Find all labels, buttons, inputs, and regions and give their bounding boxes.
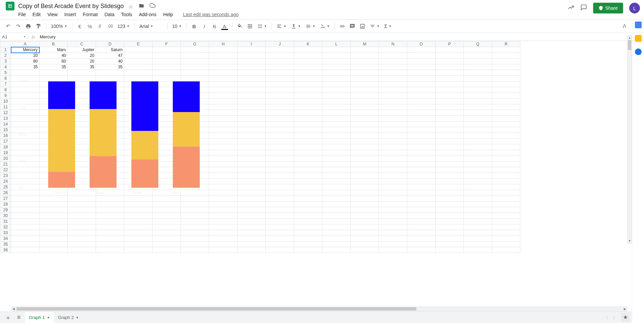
cell[interactable] [294, 110, 322, 116]
cell[interactable] [436, 213, 464, 219]
cell[interactable] [379, 207, 407, 213]
cell[interactable] [11, 230, 39, 236]
row-header[interactable]: 26 [0, 190, 11, 196]
cell[interactable] [68, 230, 96, 236]
cell[interactable] [436, 133, 464, 139]
cell[interactable] [407, 213, 436, 219]
cell[interactable] [209, 230, 237, 236]
cell[interactable] [379, 121, 407, 127]
cell[interactable] [464, 236, 492, 242]
cell[interactable] [237, 247, 266, 253]
cell[interactable] [209, 76, 237, 81]
cell[interactable] [436, 104, 464, 110]
cell[interactable] [209, 104, 237, 110]
cell[interactable] [407, 184, 436, 190]
cell[interactable] [351, 99, 379, 104]
cell[interactable] [322, 133, 351, 139]
cell[interactable] [181, 47, 209, 53]
cell[interactable] [379, 236, 407, 242]
cell[interactable] [39, 70, 68, 76]
cell[interactable] [379, 196, 407, 202]
row-header[interactable]: 32 [0, 224, 11, 230]
cell[interactable] [351, 59, 379, 64]
percent-button[interactable]: % [85, 22, 95, 31]
cell[interactable] [436, 47, 464, 53]
sheet-tab[interactable]: Graph 1 ▼ [25, 312, 54, 323]
cell[interactable] [322, 236, 351, 242]
cell[interactable] [464, 127, 492, 133]
cell[interactable] [492, 127, 520, 133]
cell[interactable] [351, 236, 379, 242]
star-icon[interactable]: ☆ [128, 3, 133, 10]
cell[interactable] [209, 81, 237, 87]
keep-addon-icon[interactable] [635, 35, 642, 42]
cell[interactable] [294, 127, 322, 133]
cell[interactable] [322, 213, 351, 219]
cell[interactable] [322, 81, 351, 87]
row-header[interactable]: 22 [0, 167, 11, 173]
row-header[interactable]: 8 [0, 87, 11, 93]
row-header[interactable]: 13 [0, 116, 11, 121]
cell[interactable] [407, 196, 436, 202]
row-header[interactable]: 4 [0, 64, 11, 70]
cell[interactable] [407, 156, 436, 162]
menu-view[interactable]: View [47, 12, 58, 17]
cell[interactable] [209, 219, 237, 224]
cell[interactable] [209, 207, 237, 213]
cell[interactable] [407, 202, 436, 207]
all-sheets-button[interactable]: ≡ [14, 313, 24, 322]
cell[interactable] [464, 230, 492, 236]
cell[interactable] [436, 247, 464, 253]
cell[interactable] [237, 190, 266, 196]
cell[interactable] [492, 133, 520, 139]
cell[interactable] [464, 59, 492, 64]
cell[interactable] [407, 70, 436, 76]
cell[interactable] [492, 219, 520, 224]
cell[interactable] [436, 76, 464, 81]
cell[interactable] [407, 127, 436, 133]
cell[interactable] [11, 207, 39, 213]
cell[interactable]: 35 [68, 64, 96, 70]
cell[interactable] [351, 167, 379, 173]
cell[interactable] [209, 87, 237, 93]
cell[interactable] [464, 110, 492, 116]
cell[interactable]: 35 [39, 64, 68, 70]
column-header[interactable]: E [124, 41, 153, 47]
row-header[interactable]: 14 [0, 121, 11, 127]
cell[interactable] [379, 53, 407, 59]
row-header[interactable]: 17 [0, 139, 11, 144]
insert-link-button[interactable] [337, 22, 347, 31]
cell[interactable] [351, 64, 379, 70]
formula-input[interactable]: Mercury [38, 34, 56, 39]
cell[interactable] [209, 139, 237, 144]
row-header[interactable]: 5 [0, 70, 11, 76]
cell[interactable] [209, 110, 237, 116]
row-header[interactable]: 24 [0, 179, 11, 184]
cell[interactable] [294, 207, 322, 213]
cell[interactable] [436, 156, 464, 162]
cell[interactable] [351, 139, 379, 144]
cell[interactable] [181, 236, 209, 242]
cell[interactable] [407, 236, 436, 242]
cell[interactable] [464, 81, 492, 87]
cell[interactable] [436, 121, 464, 127]
cell[interactable] [379, 59, 407, 64]
cell[interactable] [39, 213, 68, 219]
cell[interactable] [39, 242, 68, 247]
italic-button[interactable]: I [200, 22, 209, 31]
cell[interactable] [237, 127, 266, 133]
cell[interactable] [407, 173, 436, 179]
cell[interactable] [492, 64, 520, 70]
cell[interactable] [209, 190, 237, 196]
cell[interactable] [266, 59, 294, 64]
cell[interactable] [11, 236, 39, 242]
cell[interactable] [407, 150, 436, 156]
cell[interactable] [379, 81, 407, 87]
cell[interactable] [266, 230, 294, 236]
cell[interactable] [322, 53, 351, 59]
cell[interactable] [294, 104, 322, 110]
cell[interactable] [124, 59, 153, 64]
cell[interactable] [209, 127, 237, 133]
cell[interactable] [379, 247, 407, 253]
cell[interactable] [266, 64, 294, 70]
